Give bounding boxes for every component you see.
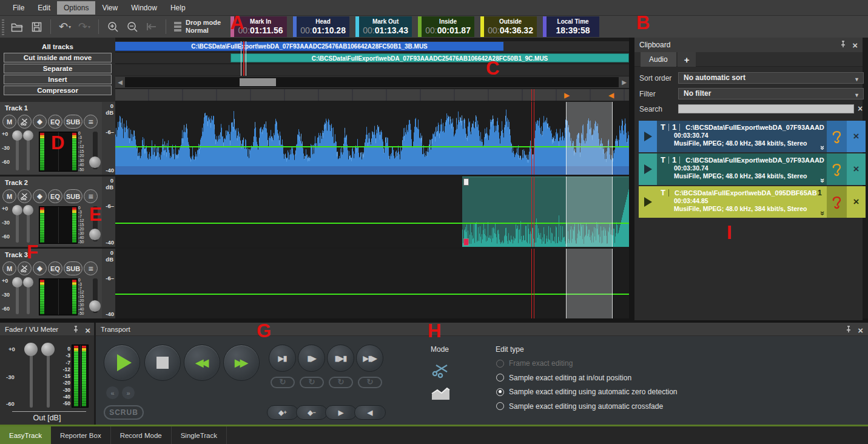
collapse-chevron-icon[interactable]: » [818,211,827,215]
sort-order-select[interactable]: No automatic sort▼ [678,72,864,84]
edit-action-cut-inside-and-move[interactable]: Cut inside and move [4,53,112,62]
scrollbar-track[interactable] [125,77,619,87]
next-marker-button[interactable]: ▶ [325,405,357,420]
edit-action-insert[interactable]: Insert [4,75,112,84]
track-2-waveform-area[interactable] [115,177,629,247]
prev-marker-button[interactable]: ◀ [354,405,386,420]
scrollbar-thumb[interactable] [240,78,276,86]
edit-type-option[interactable]: Sample exact editing using automatic cro… [496,402,678,411]
prelisten-button[interactable] [827,186,847,218]
entry-body[interactable]: T1C:\BCSData\FullExport\webDA_07F93AAADC… [657,153,827,185]
mute-button[interactable]: M [2,261,16,275]
overview-clip-1[interactable]: C:\BCSData\FullExport\webDA_07F93AAADC25… [115,42,503,51]
remove-marker-button[interactable]: ◆− [296,405,328,420]
menu-window[interactable]: Window [124,1,164,15]
workspace-tab-record-mode[interactable]: Record Mode [111,426,172,444]
stop-button[interactable] [144,345,181,381]
timeline-ruler[interactable]: ▶ ◀ [115,89,629,101]
track-menu-button[interactable]: ≡ [84,189,98,203]
tab-audio[interactable]: Audio [641,52,676,67]
track-3-level-line[interactable] [115,294,629,295]
output-fader-track[interactable] [30,348,33,408]
radio-button[interactable] [496,388,504,396]
mark-out-triangle-icon[interactable]: ◀ [608,90,614,100]
scissors-button[interactable] [18,261,32,275]
prelisten-button[interactable] [827,153,847,185]
mark-in-triangle-icon[interactable]: ▶ [564,90,570,100]
menu-view[interactable]: View [95,1,124,15]
entry-play-button[interactable] [639,153,657,185]
close-icon[interactable]: × [85,326,90,335]
output-fader-knob[interactable] [41,343,55,356]
edit-type-option[interactable]: Sample exact editing at in/out position [496,374,678,382]
save-icon[interactable] [27,18,46,35]
filter-select[interactable]: No filter▼ [678,88,864,99]
play-selection-button[interactable]: ▮▶▮ [327,345,354,372]
gain-slider-knob[interactable] [12,205,22,215]
eq-button[interactable]: EQ [48,115,62,129]
workspace-tab-singletrack[interactable]: SingleTrack [172,426,227,444]
eq-button[interactable]: EQ [48,261,62,275]
menu-options[interactable]: Options [57,1,95,15]
redo-button[interactable]: ↷▾ [75,18,94,35]
edit-action-separate[interactable]: Separate [4,64,112,73]
scissors-button[interactable] [18,115,32,129]
clip-fade-handle[interactable] [463,178,469,186]
fade-diamond-button[interactable]: ◆ [33,189,47,203]
gain-slider-knob[interactable] [23,205,33,215]
scrub-button[interactable]: SCRUB [104,405,144,420]
loop-button[interactable]: ↻ [329,377,353,388]
open-file-icon[interactable] [7,18,27,35]
clipboard-entry[interactable]: TC:\BCSData\FullExport\webDA_095DBF65AB1… [639,186,866,218]
rewind-button[interactable]: ◀◀ [184,345,220,381]
output-fader-knob[interactable] [24,343,38,356]
gain-slider-knob[interactable] [23,130,33,141]
output-fader-track[interactable] [47,348,50,408]
play-around-cut-button[interactable]: ▶▮▶ [356,345,383,372]
sub-button[interactable]: SUB [64,261,82,275]
track-fader-knob[interactable] [89,156,101,168]
prelisten-button[interactable] [827,121,847,152]
skip-forward-button[interactable]: » [122,386,135,399]
edit-action-all-tracks[interactable]: All tracks [4,42,112,52]
loop-button[interactable]: ↻ [271,377,295,388]
fade-diamond-button[interactable]: ◆ [33,115,47,129]
edit-action-compressor[interactable]: Compressor [4,86,112,95]
goto-marker-icon[interactable] [142,18,161,35]
scroll-right-icon[interactable]: ▶ [619,76,629,88]
pin-icon[interactable] [846,325,852,335]
close-icon[interactable]: × [852,41,858,50]
track-1-waveform-area[interactable] [115,102,629,175]
cut-mode-icon[interactable] [432,362,450,381]
sub-button[interactable]: SUB [64,115,82,129]
ruler-playhead[interactable] [531,89,534,101]
skip-back-button[interactable]: « [106,386,119,399]
workspace-tab-reporter-box[interactable]: Reporter Box [51,426,111,444]
sub-button[interactable]: SUB [64,189,82,203]
envelope-mode-icon[interactable] [431,386,451,403]
track-menu-button[interactable]: ≡ [84,261,98,275]
fade-diamond-button[interactable]: ◆ [33,261,47,275]
play-button[interactable] [104,345,140,381]
menu-help[interactable]: Help [164,1,192,15]
selection-region[interactable] [566,102,613,175]
entry-play-button[interactable] [639,186,657,218]
radio-button[interactable] [496,402,504,410]
entry-play-button[interactable] [639,121,657,152]
close-icon[interactable]: × [858,326,863,335]
playhead-line[interactable] [531,102,534,175]
track-fader-knob[interactable] [89,300,101,312]
drop-mode-control[interactable]: Drop mode Normal [174,19,221,35]
mute-button[interactable]: M [2,189,16,203]
menu-edit[interactable]: Edit [31,1,57,15]
menu-file[interactable]: File [6,1,31,15]
fast-forward-button[interactable]: ▶▶ [223,345,260,381]
play-from-mark-button[interactable]: ▮▶ [298,345,325,372]
gain-slider-knob[interactable] [23,277,33,288]
track-2-level-line[interactable] [115,223,629,224]
gain-slider-knob[interactable] [12,277,22,288]
clipboard-entry[interactable]: T1C:\BCSData\FullExport\webDA_07F93AAADC… [639,153,866,185]
collapse-chevron-icon[interactable]: » [818,146,827,150]
clipboard-entry[interactable]: T1C:\BCSData\FullExport\webDA_07F93AAADC… [639,121,866,152]
track-menu-button[interactable]: ≡ [84,115,98,129]
